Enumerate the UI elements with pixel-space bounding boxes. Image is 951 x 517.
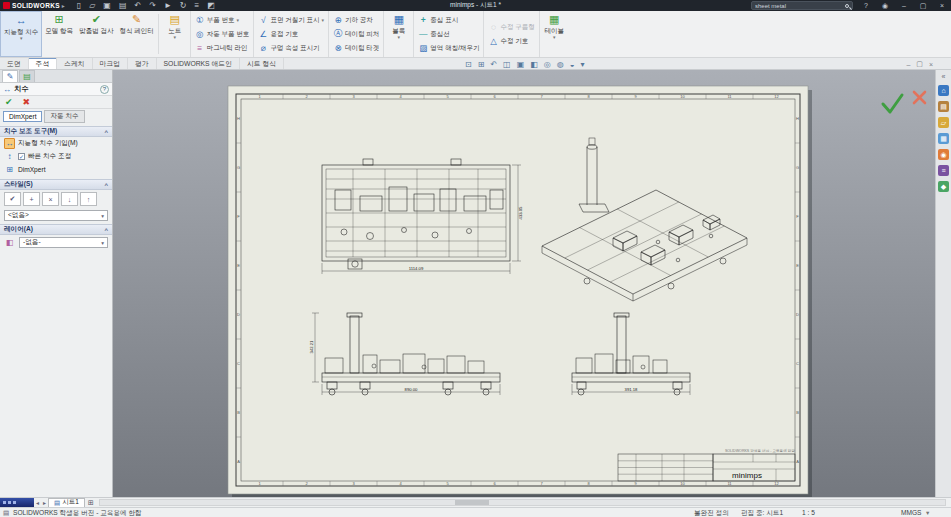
- user-icon[interactable]: ◉: [879, 2, 891, 10]
- geometric-tolerance-button[interactable]: ⊕ 기하 공차: [333, 14, 379, 27]
- horizontal-scrollbar[interactable]: [99, 499, 946, 506]
- doc-minimize-icon[interactable]: –: [906, 61, 910, 68]
- tab-evaluate[interactable]: 평가: [128, 58, 157, 69]
- apply-default-style-button[interactable]: ✔: [4, 192, 21, 206]
- tab-auto-dimension[interactable]: 자동 치수: [44, 110, 84, 123]
- file-explorer-icon[interactable]: ▱: [938, 117, 949, 128]
- dimxpert-item[interactable]: ⊞ DimXpert: [0, 163, 112, 176]
- quick-dimension-item[interactable]: ↕ ✓ 빠른 치수 조정: [0, 150, 112, 163]
- sheet-nav-left-icon[interactable]: ◂: [36, 499, 39, 506]
- drawing-sheet[interactable]: [228, 86, 808, 494]
- status-caret-icon[interactable]: ▾: [926, 509, 929, 517]
- help-icon[interactable]: ?: [100, 85, 109, 94]
- tab-drawing[interactable]: 도면: [0, 58, 29, 69]
- scene-icon[interactable]: ◒: [570, 60, 575, 69]
- search-input[interactable]: [755, 3, 842, 9]
- center-mark-button[interactable]: + 중심 표시: [418, 14, 479, 27]
- load-style-button[interactable]: ↑: [80, 192, 97, 206]
- graphics-area[interactable]: 112233445566778899101011111212HHGGFFEEDD…: [113, 70, 935, 497]
- auto-balloon-button[interactable]: ◎ 자동 부품 번호: [195, 28, 250, 41]
- delete-style-button[interactable]: ×: [42, 192, 59, 206]
- note-button[interactable]: ▤ 노트 ▾: [160, 11, 190, 57]
- tab-addins[interactable]: SOLIDWORKS 애드인: [157, 58, 240, 69]
- tables-button[interactable]: ▦ 테이블 ▾: [539, 11, 569, 57]
- tab-annotation[interactable]: 주석: [29, 58, 58, 69]
- add-style-button[interactable]: +: [23, 192, 40, 206]
- model-items-button[interactable]: ⊞ 모델 항목: [42, 11, 76, 57]
- area-hatch-button[interactable]: ▨ 영역 해칭/채우기: [418, 42, 479, 55]
- layer-dropdown[interactable]: -없음- ▾: [19, 237, 108, 248]
- view-palette-icon[interactable]: ▦: [938, 133, 949, 144]
- menu-expand-icon[interactable]: ▸: [62, 2, 65, 9]
- dim-side-width[interactable]: 391.18: [625, 387, 638, 392]
- print-icon[interactable]: ▤: [119, 1, 127, 11]
- tab-sheet-format[interactable]: 시트 형식: [240, 58, 284, 69]
- save-icon[interactable]: ▣: [103, 1, 111, 11]
- dim-plan-width[interactable]: 1114.09: [409, 266, 424, 271]
- drawing-canvas[interactable]: 112233445566778899101011111212HHGGFFEEDD…: [113, 70, 935, 497]
- scrollbar-thumb[interactable]: [455, 500, 489, 505]
- hole-callout-button[interactable]: ⌀ 구멍 속성 표시기: [258, 42, 324, 55]
- dim-front-height[interactable]: 342.21: [309, 340, 314, 353]
- weld-symbol-button[interactable]: ∠ 용접 기호: [258, 28, 324, 41]
- datum-feature-button[interactable]: Ⓐ 데이텀 피처: [333, 28, 379, 41]
- blocks-button[interactable]: ▦ 블록 ▾: [383, 11, 413, 57]
- layer-section-header[interactable]: 레이어(A) ^: [0, 224, 112, 235]
- revision-cloud-button[interactable]: ◌ 수정 구름형: [488, 21, 534, 34]
- search-icon[interactable]: [845, 4, 849, 8]
- previous-view-icon[interactable]: ↶: [490, 60, 497, 69]
- surface-finish-button[interactable]: √ 표면 거칠기 표시 ▾: [258, 14, 324, 27]
- dim-plan-height[interactable]: 433.05: [518, 206, 523, 219]
- zoom-fit-icon[interactable]: ⊡: [465, 60, 472, 69]
- appearance-icon[interactable]: ◩: [207, 1, 215, 11]
- rebuild-icon[interactable]: ↻: [180, 1, 187, 11]
- propertymanager-tab[interactable]: ✎: [2, 70, 18, 82]
- open-icon[interactable]: ▱: [89, 1, 95, 11]
- tab-markup[interactable]: 마크업: [93, 58, 128, 69]
- quick-dimension-checkbox[interactable]: ✓: [18, 153, 25, 160]
- view-orientation-icon[interactable]: ▣: [517, 60, 525, 69]
- tab-sketch[interactable]: 스케치: [57, 58, 92, 69]
- undo-icon[interactable]: ↶: [134, 1, 141, 11]
- new-document-icon[interactable]: ▯: [77, 1, 81, 11]
- appearances-icon[interactable]: ◉: [938, 149, 949, 160]
- close-icon[interactable]: ×: [936, 2, 948, 9]
- select-icon[interactable]: ►: [164, 1, 172, 11]
- forum-icon[interactable]: ◆: [938, 181, 949, 192]
- sheet-tab[interactable]: ▤ 시트1: [48, 498, 85, 508]
- style-dropdown[interactable]: <없음> ▾: [4, 210, 108, 221]
- custom-properties-icon[interactable]: ≡: [938, 165, 949, 176]
- smart-dimension-button[interactable]: ↔ 지능형 치수 ▾: [0, 11, 42, 57]
- tab-dimxpert[interactable]: DimXpert: [3, 111, 42, 122]
- format-painter-button[interactable]: ✎ 형식 페인터: [116, 11, 156, 57]
- spell-checker-button[interactable]: ✔ 맞춤법 검사: [76, 11, 116, 57]
- add-sheet-button[interactable]: ⊞: [88, 499, 94, 507]
- options-icon[interactable]: ≡: [195, 1, 200, 11]
- solidworks-resources-icon[interactable]: ⌂: [938, 85, 949, 96]
- balloon-button[interactable]: ① 부품 번호 ▾: [195, 14, 250, 27]
- taskpane-collapse-icon[interactable]: «: [942, 73, 946, 80]
- centerline-button[interactable]: — 중심선: [418, 28, 479, 41]
- ok-button[interactable]: ✔: [5, 97, 13, 107]
- view-settings-icon[interactable]: ▾: [581, 60, 585, 69]
- assist-section-header[interactable]: 치수 보조 도구(M) ^: [0, 126, 112, 137]
- cancel-button[interactable]: ✖: [23, 97, 31, 107]
- save-style-button[interactable]: ↓: [61, 192, 78, 206]
- display-style-icon[interactable]: ◧: [530, 60, 538, 69]
- unit-system[interactable]: MMGS: [901, 509, 922, 516]
- smart-dimensioning-item[interactable]: ↔ 지능형 치수 기입(M): [0, 137, 112, 150]
- maximize-icon[interactable]: ▢: [917, 2, 929, 10]
- featuremanager-tab[interactable]: ▤: [19, 70, 35, 82]
- sheet-nav-right-icon[interactable]: ▸: [43, 499, 46, 506]
- hide-show-items-icon[interactable]: ◎: [544, 60, 551, 69]
- zoom-area-icon[interactable]: ⊞: [478, 60, 485, 69]
- edit-appearance-icon[interactable]: ◍: [557, 60, 564, 69]
- redo-icon[interactable]: ↷: [149, 1, 156, 11]
- design-library-icon[interactable]: ▤: [938, 101, 949, 112]
- magnetic-line-button[interactable]: ≡ 마그네틱 라인: [195, 42, 250, 55]
- section-view-icon[interactable]: ◫: [503, 60, 511, 69]
- sheet-scale[interactable]: 1 : 5: [802, 509, 815, 516]
- search-box[interactable]: [751, 1, 853, 10]
- help-icon[interactable]: ?: [860, 2, 872, 9]
- datum-target-button[interactable]: ⊗ 데이텀 타겟: [333, 42, 379, 55]
